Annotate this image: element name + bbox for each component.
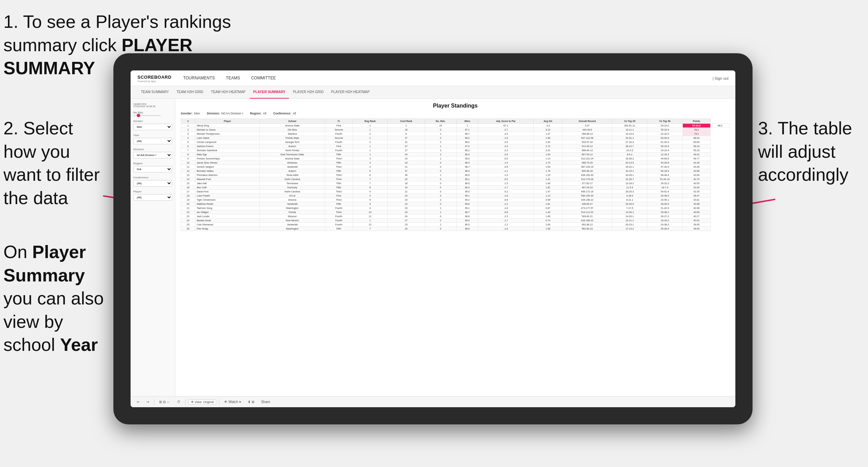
table-row[interactable]: 7Nicholas GabrielcikNorth FloridaFourth1… xyxy=(181,148,730,153)
player-select[interactable]: (All) xyxy=(133,194,172,201)
table-cell: 2.72 xyxy=(534,144,563,148)
table-row[interactable]: 2Michael Le SassoOle MissSecond118067.1-… xyxy=(181,128,730,132)
table-cell: 46.77 xyxy=(682,157,711,161)
table-cell: 7 xyxy=(353,177,388,181)
nav-teams[interactable]: TEAMS xyxy=(224,70,241,86)
table-row[interactable]: 16Alex GoffKentuckyFifth819068.3-1.71.92… xyxy=(181,186,730,190)
table-row[interactable]: 23Jack LundinMissouriFourth1124068.6-2.3… xyxy=(181,214,730,219)
table-cell: -1.5 xyxy=(478,181,534,186)
nav-tournaments[interactable]: TOURNAMENTS xyxy=(182,70,216,86)
table-row[interactable]: 18Luke PowellUCLAFirst424069.1-1.81.1350… xyxy=(181,194,730,198)
table-cell: 4 xyxy=(353,165,388,169)
table-cell: 1 xyxy=(425,210,456,214)
conference-select[interactable]: (All) xyxy=(133,180,172,187)
subnav-player-h2h-grid[interactable]: PLAYER H2H GRID xyxy=(290,86,327,99)
table-cell: 40.02 xyxy=(682,219,711,223)
subnav-player-h2h-heatmap[interactable]: PLAYER H2H HEATMAP xyxy=(328,86,373,99)
table-cell: Cole Sherwood xyxy=(195,223,260,227)
table-cell: 377-82-17 xyxy=(563,181,612,186)
table-cell: 18 xyxy=(181,194,195,198)
table-row[interactable]: 5Christo LamprechtGeorgia TechFourth2212… xyxy=(181,140,730,144)
table-cell: 1.47 xyxy=(534,132,563,136)
table-cell: 514-111-52 xyxy=(563,210,612,214)
table-row[interactable]: 22Ian GilliganFloridaThird1024168.7-0.81… xyxy=(181,210,730,214)
table-cell: 3 xyxy=(181,132,195,136)
table-cell: 23 xyxy=(388,161,425,165)
table-cell: 1.65 xyxy=(534,223,563,227)
table-cell: 14-26-1 xyxy=(612,210,647,214)
table-cell: 467-29-23 xyxy=(563,186,612,190)
table-cell: 500-155-30 xyxy=(563,194,612,198)
toolbar-icons[interactable]: ⊞ ⊟ ↔ xyxy=(157,399,172,404)
nav-items: TOURNAMENTS TEAMS COMMITTEE xyxy=(182,70,713,86)
table-cell: Ole Miss xyxy=(260,128,325,132)
subnav-team-h2h-heatmap[interactable]: TEAM H2H HEATMAP xyxy=(208,86,249,99)
table-cell: Fourth xyxy=(325,140,353,144)
table-row[interactable]: 17David FordNorth CarolinaThird421069.0-… xyxy=(181,190,730,194)
table-cell: 1 xyxy=(425,223,456,227)
year-select[interactable]: (All) xyxy=(133,138,172,144)
table-cell: -0.2 xyxy=(478,190,534,194)
subnav-player-summary[interactable]: PLAYER SUMMARY xyxy=(250,86,289,99)
sign-out-link[interactable]: | Sign out xyxy=(713,76,728,80)
table-cell: 21 xyxy=(388,190,425,194)
table-cell: Vanderbilt xyxy=(260,223,325,227)
table-cell: 26-23-1 xyxy=(612,223,647,227)
table-row[interactable]: 19Tiger ChristensenArizonaThird523269.2-… xyxy=(181,198,730,202)
table-cell: 68.4 xyxy=(456,161,478,165)
table-cell: Third xyxy=(325,210,353,214)
col-player[interactable]: Player xyxy=(195,119,260,124)
division-select[interactable]: NCAA Division I xyxy=(133,152,172,158)
table-row[interactable]: 11Gordon SargentVanderbiltThird421068.7-… xyxy=(181,165,730,169)
table-cell: 14-3-3 xyxy=(612,148,647,153)
table-row[interactable]: 12Brendan ValdesAuburnFifth527068.4-1.11… xyxy=(181,169,730,173)
table-cell: 0 xyxy=(425,202,456,206)
filter-division: Division: NCAA Division I xyxy=(207,112,243,115)
rds-slider[interactable] xyxy=(133,115,161,116)
table-row[interactable]: 6Jackson KoivunAuburnFirst127167.3-2.02.… xyxy=(181,144,730,148)
col-no-rds: No. Rds. xyxy=(425,119,456,124)
table-cell: 44-26-8 xyxy=(647,161,682,165)
share-button[interactable]: Share xyxy=(259,399,272,404)
table-cell: 6 xyxy=(181,144,195,148)
table-cell: 24 xyxy=(388,210,425,214)
table-cell: 1 xyxy=(425,132,456,136)
table-cell: 31-15-1 xyxy=(612,169,647,173)
table-cell: 488-73-25 xyxy=(563,161,612,165)
gender-select[interactable]: Men xyxy=(133,124,172,130)
toolbar-download[interactable]: ⬇ ⊞ xyxy=(246,399,256,404)
annotation-bottom: On Player Summary you can also view by s… xyxy=(3,241,110,357)
table-row[interactable]: 3Michael ThorbjornsenStanfordFourth28168… xyxy=(181,132,730,136)
undo-button[interactable]: ↩ xyxy=(135,399,142,404)
table-row[interactable]: 20Matthew RiedelVanderbiltFifth922069.8-… xyxy=(181,202,730,206)
table-row[interactable]: 21Taehoon SongWashingtonFourth423169.1-1… xyxy=(181,206,730,210)
subnav-team-summary[interactable]: TEAM SUMMARY xyxy=(137,86,173,99)
nav-committee[interactable]: COMMITTEE xyxy=(250,70,277,86)
table-row[interactable]: 4Luke ClatonFlorida StateSecond127268.2-… xyxy=(181,136,730,140)
table-row[interactable]: 15Jake HallTennesseeFifth718068.5-1.51.6… xyxy=(181,181,730,186)
table-cell: -2.3 xyxy=(478,214,534,219)
redo-button[interactable]: ↪ xyxy=(144,399,151,404)
table-row[interactable]: 10Jacob Skov OlesenArkansasFifth223068.4… xyxy=(181,161,730,165)
table-row[interactable]: 14Maxwell FordNorth CarolinaThird722069.… xyxy=(181,177,730,181)
table-cell: 21 xyxy=(388,140,425,144)
toolbar-clock[interactable]: ⏱ xyxy=(175,399,182,404)
slider-thumb xyxy=(137,114,140,117)
table-row[interactable]: 8Mats EgeEast Tennessee StateFifth124268… xyxy=(181,153,730,157)
table-row[interactable]: 1Wenyi DingArizona StateFirst1115167.1-3… xyxy=(181,124,730,128)
table-row[interactable]: 24Bastien AmatNew MexicoFourth127269.4-1… xyxy=(181,219,730,223)
table-cell: East Tennessee State xyxy=(260,153,325,157)
year-label: Year xyxy=(133,134,172,137)
view-original-button[interactable]: 👁 View: Original xyxy=(188,399,216,405)
table-cell: 1.47 xyxy=(534,190,563,194)
table-row[interactable]: 26Petr HrubyWashingtonFifth725068.6-1.81… xyxy=(181,227,730,231)
table-cell: Third xyxy=(325,190,353,194)
table-cell: 387-133-16 xyxy=(563,165,612,169)
table-row[interactable]: 25Cole SherwoodVanderbiltFourth1223169.3… xyxy=(181,223,730,227)
table-body: 1Wenyi DingArizona StateFirst1115167.1-3… xyxy=(181,124,730,231)
subnav-team-h2h-grid[interactable]: TEAM H2H GRID xyxy=(173,86,207,99)
table-row[interactable]: 13Phichaksn MaichonTexas A&MThird630169.… xyxy=(181,173,730,177)
table-row[interactable]: 9Preston SummerhaysArizona StateThird324… xyxy=(181,157,730,161)
region-select[interactable]: N/A xyxy=(133,166,172,173)
watch-button[interactable]: 👁 Watch ▾ xyxy=(222,399,243,404)
